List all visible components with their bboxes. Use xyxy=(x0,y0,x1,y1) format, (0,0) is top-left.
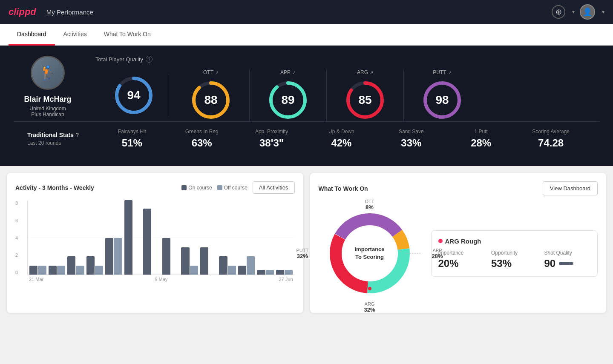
bar-group-7 xyxy=(143,209,160,275)
user-avatar-button[interactable]: 👤 xyxy=(580,4,595,20)
stat-updown: Up & Down 42% xyxy=(307,129,377,149)
circle-total: 94 xyxy=(112,74,155,117)
score-total-value: 94 xyxy=(127,89,140,102)
hero-section: 🏌️ Blair McHarg United Kingdom Plus Hand… xyxy=(0,46,613,166)
stat-proximity-value: 38'3" xyxy=(237,137,307,149)
scores-section: Total Player Quality ? 94 xyxy=(95,56,599,121)
bar-on xyxy=(124,200,132,275)
donut-center-text: Importance To Scoring xyxy=(354,246,384,261)
app-trend-icon: ↗ xyxy=(292,70,296,75)
bar-group-6 xyxy=(124,200,141,275)
detail-card-wrapper: ARG Rough Importance 20% Opportunity 53%… xyxy=(431,230,598,277)
opportunity-value: 53% xyxy=(491,258,538,269)
stat-oneputt-label: 1 Putt xyxy=(446,129,516,135)
score-putt-value: 98 xyxy=(435,93,449,107)
tab-what-to-work-on[interactable]: What To Work On xyxy=(95,24,159,46)
tab-dashboard[interactable]: Dashboard xyxy=(9,24,55,46)
bar-off xyxy=(285,270,293,275)
bar-group-3 xyxy=(67,256,84,275)
circle-arg: 85 xyxy=(344,79,386,121)
player-name: Blair McHarg xyxy=(24,95,71,104)
bar-group-11 xyxy=(219,256,236,275)
score-card-putt: PUTT ↗ 98 xyxy=(404,69,481,121)
scores-grid: 94 OTT ↗ 88 xyxy=(95,69,599,121)
legend-off-course: Off course xyxy=(217,185,248,191)
detail-shot-quality: Shot Quality 90 xyxy=(544,250,591,269)
x-label-3: 27 Jun xyxy=(279,277,293,282)
bar-on xyxy=(49,266,57,275)
score-arg-value: 85 xyxy=(358,93,371,107)
score-app-value: 89 xyxy=(281,93,294,107)
stat-updown-label: Up & Down xyxy=(307,129,377,135)
score-ott-value: 88 xyxy=(204,93,217,107)
bar-on xyxy=(276,270,284,275)
score-label-ott: OTT ↗ xyxy=(203,69,219,75)
score-card-app: APP ↗ 89 xyxy=(250,69,327,121)
bar-group-9 xyxy=(181,247,198,275)
stat-fairways: Fairways Hit 51% xyxy=(97,129,167,149)
what-to-work-on-card: What To Work On View Dashboard xyxy=(310,173,607,313)
circle-app: 89 xyxy=(267,79,309,121)
stat-oneputt-value: 28% xyxy=(446,137,516,149)
svg-point-14 xyxy=(368,287,371,290)
ott-trend-icon: ↗ xyxy=(215,70,219,75)
detail-opportunity: Opportunity 53% xyxy=(491,250,538,269)
sq-bar-fill xyxy=(559,262,573,265)
bar-off xyxy=(76,266,84,275)
stat-sandsave: Sand Save 33% xyxy=(376,129,446,149)
plus-icon: ⊕ xyxy=(555,7,562,17)
tpq-help-icon[interactable]: ? xyxy=(146,56,153,63)
activity-chart-title: Activity - 3 Months - Weekly xyxy=(15,184,94,191)
score-card-arg: ARG ↗ 85 xyxy=(327,69,404,121)
bar-off xyxy=(57,266,65,275)
bar-on xyxy=(67,256,75,275)
donut-label-putt: PUTT 32% xyxy=(296,248,309,259)
circle-ott: 88 xyxy=(190,79,232,121)
add-chevron: ▾ xyxy=(572,9,575,15)
top-nav: clippd My Performance ⊕ ▾ 👤 ▾ xyxy=(0,0,613,24)
stat-fairways-value: 51% xyxy=(97,137,167,149)
importance-value: 20% xyxy=(438,258,485,269)
view-dashboard-button[interactable]: View Dashboard xyxy=(543,181,598,195)
logo: clippd My Performance xyxy=(9,6,93,17)
all-activities-button[interactable]: All Activities xyxy=(253,181,295,194)
score-card-ott: OTT ↗ 88 xyxy=(173,69,250,121)
stat-greens-label: Greens In Reg xyxy=(167,129,237,135)
stat-greens: Greens In Reg 63% xyxy=(167,129,237,149)
player-avatar: 🏌️ xyxy=(31,56,65,90)
bar-group-4 xyxy=(86,256,104,275)
tab-activities[interactable]: Activities xyxy=(55,24,95,46)
bar-group-14 xyxy=(276,270,293,275)
trad-stats-help[interactable]: ? xyxy=(75,132,79,138)
bar-on xyxy=(86,256,95,275)
stats-bar: Traditional Stats ? Last 20 rounds Fairw… xyxy=(14,121,599,156)
trad-stats-label: Traditional Stats ? xyxy=(27,132,97,138)
detail-metrics: Importance 20% Opportunity 53% Shot Qual… xyxy=(438,250,591,269)
legend-on-course: On course xyxy=(181,185,212,191)
avatar-image: 🏌️ xyxy=(39,65,56,81)
bar-group-13 xyxy=(257,270,274,275)
donut-chart-wrapper: Importance To Scoring OTT 8% APP 28% ARG… xyxy=(319,202,421,304)
x-label-2: 9 May xyxy=(155,277,167,282)
bar-group-12 xyxy=(238,256,255,275)
donut-label-app: APP 28% xyxy=(432,248,443,259)
user-chevron: ▾ xyxy=(602,9,604,15)
logo-text: clippd xyxy=(9,6,36,17)
bar-group-10 xyxy=(200,247,217,275)
y-axis-labels: 0 2 4 6 8 xyxy=(15,201,26,275)
stat-scoring: Scoring Average 74.28 xyxy=(516,129,586,149)
bar-on xyxy=(29,266,37,275)
bar-chart-container: 0 2 4 6 8 xyxy=(15,201,295,282)
bar-on xyxy=(143,209,151,275)
work-on-card-header: What To Work On View Dashboard xyxy=(319,181,598,195)
on-course-color xyxy=(181,185,187,190)
stat-proximity: App. Proximity 38'3" xyxy=(237,129,307,149)
detail-importance: Importance 20% xyxy=(438,250,485,269)
add-button[interactable]: ⊕ xyxy=(552,5,565,19)
donut-label-ott: OTT 8% xyxy=(365,199,374,210)
shot-quality-row: 90 xyxy=(544,258,591,269)
bar-on xyxy=(257,270,265,275)
score-label-putt: PUTT ↗ xyxy=(433,69,451,75)
x-axis-labels: 21 Mar 9 May 27 Jun xyxy=(27,275,295,282)
off-course-color xyxy=(217,185,222,190)
